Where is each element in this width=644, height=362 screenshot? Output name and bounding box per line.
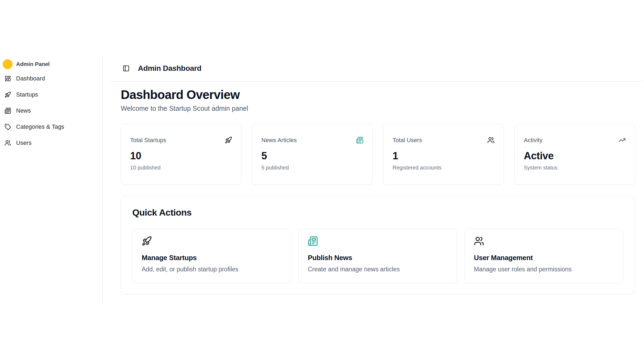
stat-sublabel: Registered accounts bbox=[393, 165, 495, 171]
action-card-manage-startups[interactable]: Manage Startups Add, edit, or publish st… bbox=[132, 229, 291, 283]
stat-label: News Articles bbox=[261, 137, 297, 144]
newspaper-icon bbox=[308, 236, 318, 246]
action-description: Add, edit, or publish startup profiles bbox=[142, 265, 282, 273]
sidebar-item-news[interactable]: News bbox=[0, 103, 103, 119]
rocket-icon bbox=[5, 91, 11, 98]
main-area: Admin Dashboard Dashboard Overview Welco… bbox=[103, 56, 644, 305]
sidebar-item-dashboard[interactable]: Dashboard bbox=[0, 71, 103, 87]
action-description: Manage user roles and permissions bbox=[474, 265, 614, 273]
rocket-icon bbox=[142, 236, 152, 246]
action-title: Manage Startups bbox=[142, 254, 282, 262]
trending-up-icon bbox=[619, 136, 626, 144]
stat-card-news-articles: News Articles 5 5 published bbox=[252, 124, 373, 185]
stat-sublabel: 5 published bbox=[261, 165, 363, 171]
tag-icon bbox=[5, 124, 11, 130]
panel-left-icon[interactable] bbox=[123, 65, 130, 72]
page-title: Dashboard Overview bbox=[121, 88, 635, 102]
action-card-publish-news[interactable]: Publish News Create and manage news arti… bbox=[298, 229, 457, 283]
action-description: Create and manage news articles bbox=[308, 265, 448, 273]
action-title: User Management bbox=[474, 254, 614, 262]
stat-value: 5 bbox=[261, 150, 363, 161]
sidebar: Admin Panel Dashboard Startups News Cate… bbox=[0, 56, 103, 305]
header-title: Admin Dashboard bbox=[138, 64, 202, 73]
sidebar-item-startups[interactable]: Startups bbox=[0, 87, 103, 103]
quick-actions-row: Manage Startups Add, edit, or publish st… bbox=[132, 229, 623, 283]
brand-logo-circle bbox=[3, 59, 13, 69]
stat-value: Active bbox=[524, 150, 626, 161]
admin-app: Admin Panel Dashboard Startups News Cate… bbox=[0, 56, 644, 305]
stat-card-activity: Activity Active System status bbox=[514, 124, 635, 185]
sidebar-item-label: Dashboard bbox=[16, 75, 45, 82]
sidebar-item-categories-tags[interactable]: Categories & Tags bbox=[0, 119, 103, 135]
stats-row: Total Startups 10 10 published News Arti… bbox=[121, 124, 635, 185]
quick-actions-title: Quick Actions bbox=[132, 207, 623, 218]
stat-sublabel: 10 published bbox=[130, 165, 232, 171]
stat-sublabel: System status bbox=[524, 165, 626, 171]
layout-dashboard-icon bbox=[5, 75, 11, 82]
action-title: Publish News bbox=[308, 254, 448, 262]
stat-label: Total Startups bbox=[130, 137, 166, 144]
sidebar-item-label: Startups bbox=[16, 91, 38, 98]
sidebar-item-label: Users bbox=[16, 139, 31, 146]
users-icon bbox=[5, 140, 11, 146]
newspaper-icon bbox=[5, 108, 11, 114]
sidebar-item-label: Categories & Tags bbox=[16, 123, 64, 130]
main-header: Admin Dashboard bbox=[110, 56, 643, 82]
sidebar-brand: Admin Panel bbox=[3, 59, 103, 69]
stat-label: Total Users bbox=[393, 137, 422, 144]
action-card-user-management[interactable]: User Management Manage user roles and pe… bbox=[464, 229, 623, 283]
quick-actions-panel: Quick Actions Manage Startups Add, edit,… bbox=[121, 196, 635, 294]
newspaper-icon bbox=[356, 136, 363, 144]
users-icon bbox=[487, 136, 495, 144]
stat-card-total-startups: Total Startups 10 10 published bbox=[121, 124, 241, 185]
stat-label: Activity bbox=[524, 137, 543, 144]
sidebar-item-users[interactable]: Users bbox=[0, 135, 103, 151]
brand-label: Admin Panel bbox=[16, 61, 50, 67]
stat-card-total-users: Total Users 1 Registered accounts bbox=[383, 124, 504, 185]
page-subtitle: Welcome to the Startup Scout admin panel bbox=[121, 104, 635, 112]
rocket-icon bbox=[225, 136, 232, 144]
sidebar-nav: Dashboard Startups News Categories & Tag… bbox=[0, 71, 103, 151]
dashboard-content: Dashboard Overview Welcome to the Startu… bbox=[103, 88, 644, 294]
stat-value: 1 bbox=[393, 150, 495, 161]
users-icon bbox=[474, 236, 484, 246]
stat-value: 10 bbox=[130, 150, 232, 161]
sidebar-item-label: News bbox=[16, 107, 31, 114]
